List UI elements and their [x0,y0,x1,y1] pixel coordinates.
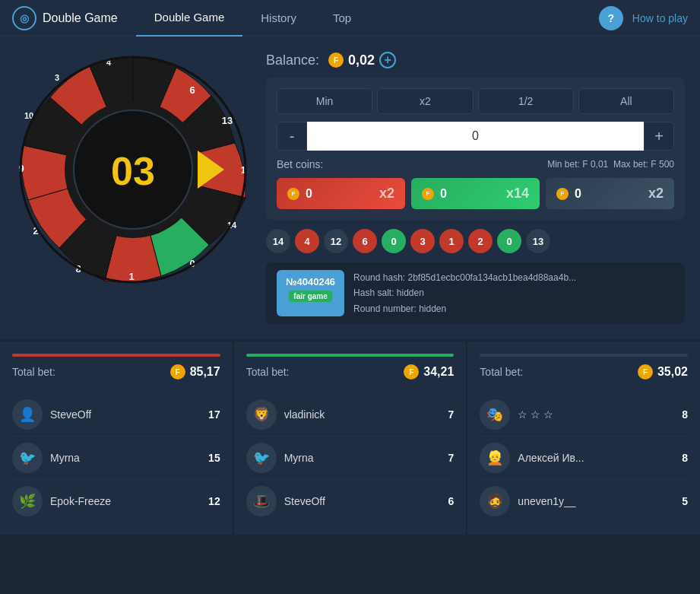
black-player-amount-2: 5 [682,495,688,507]
red-total-amount: 85,17 [190,365,220,379]
green-coin-icon: F [404,364,419,380]
wheel-container: 9 6 13 1 14 0 [15,52,251,287]
history-num-5: 3 [410,229,435,253]
red-player-1: 🐦 Myrna 15 [12,437,220,480]
bet-red-coin: F [287,188,299,200]
svg-text:3: 3 [55,73,59,82]
black-total-bet-label: Total bet: [480,366,523,378]
wheel-center-number: 03 [111,149,155,193]
black-player-0: 🎭 ☆ ☆ ☆ 8 [480,393,688,437]
svg-text:6: 6 [189,84,195,96]
round-number: №4040246 [286,276,335,287]
green-total-bet-label: Total bet: [246,366,290,378]
amount-decrease-button[interactable]: - [277,122,307,151]
black-panel-bar [480,354,688,357]
balance-amount: 0,02 [348,52,375,68]
black-player-amount-1: 8 [682,452,688,464]
mult-min-button[interactable]: Min [277,88,372,114]
black-total-amount: 35,02 [657,365,688,379]
wheel-section: 9 6 13 1 14 0 [15,52,251,324]
main-content: 9 6 13 1 14 0 [0,37,700,339]
red-player-amount-0: 17 [208,408,220,421]
red-player-amount-2: 12 [208,495,220,507]
green-panel-header: Total bet: F 34,21 [246,364,455,383]
black-player-amount-0: 8 [682,408,688,421]
history-num-3: 6 [353,229,377,253]
bet-minmax-label: Min bet: F 0,01 Max bet: F 500 [547,159,674,170]
nav-double-game[interactable]: Double Game [136,0,243,37]
black-player-name-0: ☆ ☆ ☆ [518,408,674,421]
black-player-1: 👱 Алексей Ив... 8 [480,437,688,480]
red-panel-header: Total bet: F 85,17 [12,364,220,383]
red-panel-bar [12,354,220,357]
bet-black-multiplier: x2 [648,186,664,202]
green-player-name-1: Myrna [284,452,441,464]
red-player-0: 👤 SteveOff 17 [12,393,220,437]
green-avatar-2: 🎩 [246,486,277,516]
help-button[interactable]: ? [599,6,623,30]
bet-green-multiplier: x14 [506,186,529,202]
green-avatar-0: 🦁 [246,399,277,430]
right-panel: Balance: F 0,02 + Min x2 1/2 All - + [266,52,685,324]
red-player-amount-1: 15 [208,452,220,464]
bet-green-button[interactable]: F 0 x14 [411,178,540,209]
bottom-section: Total bet: F 85,17 👤 SteveOff 17 🐦 Myrna… [0,339,700,535]
balance-label: Balance: [266,52,319,68]
nav-history[interactable]: History [242,0,315,37]
nav-top[interactable]: Top [315,0,369,37]
green-player-amount-0: 7 [448,408,455,421]
mult-half-button[interactable]: 1/2 [478,88,574,114]
amount-row: - + [277,122,674,151]
balance-value: F 0,02 + [328,52,396,68]
mult-all-button[interactable]: All [578,88,674,114]
fair-game-badge: fair game [289,291,331,302]
green-player-amount-1: 7 [448,452,455,464]
green-player-name-2: SteveOff [284,495,441,507]
bet-coins-row: Bet coins: Min bet: F 0,01 Max bet: F 50… [277,158,674,170]
bet-buttons: F 0 x2 F 0 x14 F 0 x2 [277,178,674,209]
bet-green-amount: 0 [440,187,447,201]
red-avatar-1: 🐦 [12,443,43,473]
balance-coin-icon: F [328,52,344,68]
black-player-2: 🧔 uneven1y__ 5 [480,480,688,523]
round-details: Round hash: 2bf85d1ecbc00fa134acb1bea4d8… [353,270,576,316]
bet-black-button[interactable]: F 0 x2 [546,178,674,209]
header-right: ? How to play [599,6,688,30]
multiplier-row: Min x2 1/2 All [277,88,674,114]
black-player-name-1: Алексей Ив... [518,452,674,464]
history-num-7: 2 [468,229,493,253]
amount-increase-button[interactable]: + [644,122,674,151]
history-num-8: 0 [497,229,521,253]
logo-icon: ◎ [12,6,36,30]
history-num-4: 0 [382,229,406,253]
amount-input[interactable] [307,122,644,151]
green-avatar-1: 🐦 [246,443,277,473]
mult-x2-button[interactable]: x2 [377,88,473,114]
green-total-bet-value: F 34,21 [404,364,454,380]
red-player-name-0: SteveOff [50,408,201,421]
wheel-svg: 9 6 13 1 14 0 [15,52,251,287]
round-badge: №4040246 fair game [277,270,344,316]
red-total-bet-value: F 85,17 [170,364,220,380]
black-player-name-2: uneven1y__ [518,495,674,507]
black-total-bet-value: F 35,02 [638,364,688,380]
green-panel-bar [246,354,455,357]
svg-text:1: 1 [128,271,134,282]
round-info: №4040246 fair game Round hash: 2bf85d1ec… [266,262,685,324]
add-balance-button[interactable]: + [379,52,396,68]
how-to-play-link[interactable]: How to play [632,12,688,24]
green-player-0: 🦁 vladinick 7 [246,393,455,437]
logo: ◎ Double Game [12,6,118,30]
header: ◎ Double Game Double Game History Top ? … [0,0,700,37]
history-num-2: 12 [324,229,348,253]
history-num-1: 4 [295,229,319,253]
red-avatar-2: 🌿 [12,486,43,516]
history-num-6: 1 [439,229,464,253]
bet-red-button[interactable]: F 0 x2 [277,178,405,209]
black-coin-icon: F [638,364,653,380]
green-panel: Total bet: F 34,21 🦁 vladinick 7 🐦 Myrna… [234,341,468,535]
history-row: 14 4 12 6 0 3 1 2 0 13 [266,229,685,253]
green-player-2: 🎩 SteveOff 6 [246,480,455,523]
green-total-amount: 34,21 [423,365,454,379]
black-panel: Total bet: F 35,02 🎭 ☆ ☆ ☆ 8 👱 Алексей И… [467,341,700,535]
